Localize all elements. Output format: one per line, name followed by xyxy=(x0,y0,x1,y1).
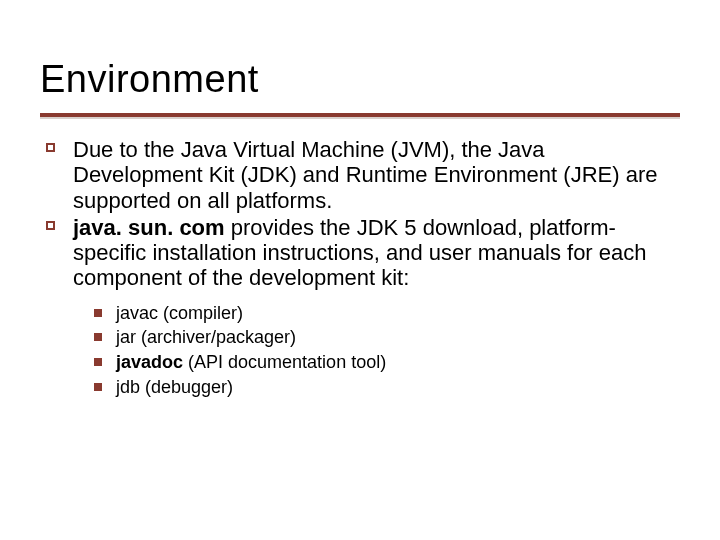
bullet-item: java. sun. com provides the JDK 5 downlo… xyxy=(40,215,680,291)
sub-bullet-text: jar (archiver/packager) xyxy=(116,327,680,348)
square-solid-icon xyxy=(94,333,102,341)
title-rule xyxy=(40,109,680,119)
sub-bullet-item: jar (archiver/packager) xyxy=(88,327,680,348)
slide: Environment Due to the Java Virtual Mach… xyxy=(0,0,720,540)
sub-bullet-item: javadoc (API documentation tool) xyxy=(88,352,680,373)
sub-bullet-text: javadoc (API documentation tool) xyxy=(116,352,680,373)
square-solid-icon xyxy=(94,383,102,391)
sub-bullet-item: jdb (debugger) xyxy=(88,377,680,398)
sub-bullet-text: javac (compiler) xyxy=(116,303,680,324)
sub-bullet-rest: (API documentation tool) xyxy=(183,352,386,372)
slide-title: Environment xyxy=(40,58,680,101)
slide-body: Due to the Java Virtual Machine (JVM), t… xyxy=(40,137,680,398)
square-solid-icon xyxy=(94,358,102,366)
sub-bullet-text: jdb (debugger) xyxy=(116,377,680,398)
square-solid-icon xyxy=(94,309,102,317)
bullet-text: java. sun. com provides the JDK 5 downlo… xyxy=(73,215,680,291)
square-open-icon xyxy=(46,221,55,230)
bullet-bold-prefix: java. sun. com xyxy=(73,215,225,240)
sub-bullet-item: javac (compiler) xyxy=(88,303,680,324)
square-open-icon xyxy=(46,143,55,152)
bullet-text: Due to the Java Virtual Machine (JVM), t… xyxy=(73,137,680,213)
sub-bullet-list: javac (compiler) jar (archiver/packager)… xyxy=(88,303,680,398)
bullet-item: Due to the Java Virtual Machine (JVM), t… xyxy=(40,137,680,213)
sub-bullet-bold: javadoc xyxy=(116,352,183,372)
